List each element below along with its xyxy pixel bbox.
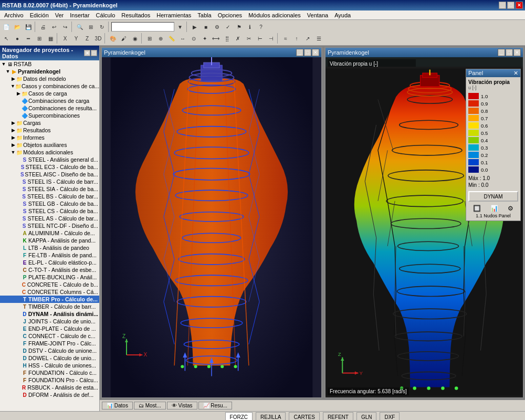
save-icon[interactable]: 💾 — [23, 22, 34, 32]
tab-resu[interactable]: 📈 Resu... — [198, 402, 232, 410]
panel-icon-3[interactable]: ⚙ — [508, 205, 513, 212]
tree-steel-ec3[interactable]: S STEEL EC3 - Cálculo de ba... — [0, 163, 99, 171]
expand-casos[interactable]: ▼ — [10, 83, 15, 89]
node-icon[interactable]: ● — [12, 33, 23, 44]
color2-icon[interactable]: 🖌 — [119, 33, 129, 44]
view-3d-icon[interactable]: 3D — [93, 33, 103, 44]
expand-informes[interactable]: ▶ — [10, 135, 16, 140]
expand-rstab[interactable]: ▼ — [1, 61, 6, 67]
tree-foundation[interactable]: F FOUNDATION - Cálculo c... — [0, 369, 99, 376]
tree-steel-sia[interactable]: S STEEL SIA - Cálculo de ba... — [0, 185, 99, 193]
array-icon[interactable]: ⣿ — [222, 33, 232, 44]
tree-foundation-pro[interactable]: F FOUNDATION Pro - Cálcu... — [0, 376, 99, 384]
tree-aluminium[interactable]: A ALUMINIUM - Cálculo de... — [0, 229, 99, 237]
tree-modulos[interactable]: ▼ 📁 Módulos adicionales — [0, 149, 99, 156]
tree-steel-cs[interactable]: S STEEL CS - Cálculo de ba... — [0, 207, 99, 215]
moment-icon[interactable]: ↗ — [302, 33, 313, 44]
menu-resultados[interactable]: Resultados — [118, 12, 153, 19]
menu-edicion[interactable]: Edición — [27, 12, 52, 19]
tree-rsbuck[interactable]: R RSBUCK - Análisis de esta... — [0, 384, 99, 391]
tree-steel[interactable]: S STEEL - Análisis general d... — [0, 156, 99, 163]
panel-icon-1[interactable]: 🔲 — [473, 205, 481, 212]
tree-informes[interactable]: ▶ 📁 Informes — [0, 134, 99, 141]
tree-feltb[interactable]: F FE-LTB - Análisis de pand... — [0, 251, 99, 259]
panel-icon-2[interactable]: 📊 — [490, 205, 498, 212]
left-vp-minimize[interactable]: _ — [296, 49, 303, 56]
tree-rstab[interactable]: ▼ 🖥 RSTAB — [0, 60, 99, 68]
tree-dynam[interactable]: D DYNAM - Análisis dinámi... — [0, 310, 99, 318]
zoom-all-icon[interactable]: ⊞ — [86, 22, 96, 32]
measure-icon[interactable]: 📏 — [166, 33, 177, 44]
tree-dstv[interactable]: D DSTV - Cálculo de unione... — [0, 347, 99, 354]
tree-elpl[interactable]: E EL-PL - Cálculo elástico-p... — [0, 259, 99, 266]
tree-casos-carga[interactable]: ▶ 📁 Casos de carga — [0, 90, 99, 97]
tab-datos[interactable]: 📊 Datos — [102, 402, 133, 410]
status-cartes[interactable]: CARTES — [289, 412, 319, 421]
expand-cargas[interactable]: ▶ — [10, 120, 16, 125]
new-icon[interactable]: 📄 — [1, 22, 12, 32]
force-icon[interactable]: ↑ — [291, 33, 302, 44]
menu-ayuda[interactable]: Ayuda — [331, 12, 354, 19]
check-icon[interactable]: ✓ — [223, 22, 233, 32]
grid-icon[interactable]: ⊞ — [144, 33, 155, 44]
status-forzc[interactable]: FORZC — [225, 412, 253, 421]
run-icon[interactable]: ▶ — [190, 22, 200, 32]
tree-comb-result[interactable]: 🔷 Combinaciones de resulta... — [0, 104, 99, 112]
info-icon[interactable]: ℹ — [245, 22, 255, 32]
right-vp-close[interactable]: ✕ — [513, 49, 521, 56]
tab-vistas[interactable]: 👁 Vistas — [167, 402, 197, 410]
redo-icon[interactable]: ↪ — [60, 22, 70, 32]
left-viewport[interactable]: Pyramidenkogel _ □ ✕ — [101, 47, 322, 398]
tree-ltb[interactable]: L LTB - Análisis de pandeo — [0, 244, 99, 251]
move-icon[interactable]: ✦ — [200, 33, 210, 44]
tree-objetos[interactable]: ▶ 📁 Objetos auxiliares — [0, 141, 99, 149]
menu-herramientas[interactable]: Herramientas — [153, 12, 194, 19]
expand-ccarga[interactable]: ▶ — [16, 91, 21, 96]
copy-icon[interactable]: ⊙ — [188, 33, 199, 44]
menu-insertar[interactable]: Insertar — [67, 12, 92, 19]
bar-icon[interactable]: ━ — [23, 33, 34, 44]
dropdown-arrow[interactable]: ▼ — [175, 22, 185, 32]
view-x-icon[interactable]: X — [60, 33, 70, 44]
maximize-button[interactable]: □ — [507, 2, 514, 9]
tree-steel-aisc[interactable]: S STEEL AISC - Diseño de ba... — [0, 171, 99, 178]
stress-icon[interactable]: ☰ — [313, 33, 324, 44]
left-vp-close[interactable]: ✕ — [312, 49, 319, 56]
split-icon[interactable]: ⊢ — [255, 33, 265, 44]
tree-steel-gb[interactable]: S STEEL GB - Cálculo de ba... — [0, 200, 99, 207]
right-vp-minimize[interactable]: _ — [498, 49, 505, 56]
tree-concrete-cols[interactable]: C CONCRETE Columns - Cá... — [0, 288, 99, 296]
flag-icon[interactable]: ⚑ — [234, 22, 244, 32]
menu-ver[interactable]: Ver — [52, 12, 67, 19]
tree-resultados[interactable]: ▶ 📁 Resultados — [0, 127, 99, 134]
sidebar-close-btn[interactable]: ✕ — [84, 50, 90, 56]
tree-plate-buck[interactable]: P PLATE-BUCKLING - Anáil... — [0, 274, 99, 281]
snap-icon[interactable]: ⊕ — [155, 33, 166, 44]
status-refent[interactable]: REFENT — [323, 412, 353, 421]
tree-steel-bs[interactable]: S STEEL BS - Cálculo de bar... — [0, 193, 99, 200]
tree-timber-pro[interactable]: T TIMBER Pro - Cálculo de... — [0, 296, 99, 303]
tree-dform[interactable]: D DFORM - Análisis de def... — [0, 391, 99, 398]
tree-casos-combo[interactable]: ▼ 📁 Casos y combinaciones de ca... — [0, 82, 99, 90]
case-dropdown[interactable]: DYNAM CA1 - Dynamische ... — [111, 22, 174, 32]
tree-concrete[interactable]: C CONCRETE - Cálculo de b... — [0, 281, 99, 288]
panel-close-btn[interactable]: ✕ — [513, 70, 518, 77]
select-icon[interactable]: ↖ — [1, 33, 12, 44]
color1-icon[interactable]: 🎨 — [108, 33, 118, 44]
view-y-icon[interactable]: Y — [71, 33, 81, 44]
expand-resultados[interactable]: ▶ — [10, 128, 16, 133]
tree-steel-is[interactable]: S STEEL IS - Cálculo de barr... — [0, 178, 99, 185]
close-button[interactable]: ✕ — [516, 2, 523, 9]
status-gln[interactable]: GLN — [356, 412, 377, 421]
undo-icon[interactable]: ↩ — [49, 22, 59, 32]
expand-datos[interactable]: ▶ — [10, 76, 16, 81]
tree-cargas[interactable]: ▶ 📁 Cargas — [0, 119, 99, 127]
tree-steel-as[interactable]: S STEEL AS - Cálculo de bar... — [0, 215, 99, 222]
menu-archivo[interactable]: Archivo — [1, 12, 27, 19]
menu-modulos[interactable]: Módulos adicionales — [245, 12, 304, 19]
menu-ventana[interactable]: Ventana — [304, 12, 331, 19]
tree-supercomb[interactable]: 🔷 Supercombinaciones — [0, 112, 99, 119]
status-rejilla[interactable]: REJILLA — [256, 412, 286, 421]
view-z-icon[interactable]: Z — [82, 33, 92, 44]
trim-icon[interactable]: ✂ — [244, 33, 254, 44]
